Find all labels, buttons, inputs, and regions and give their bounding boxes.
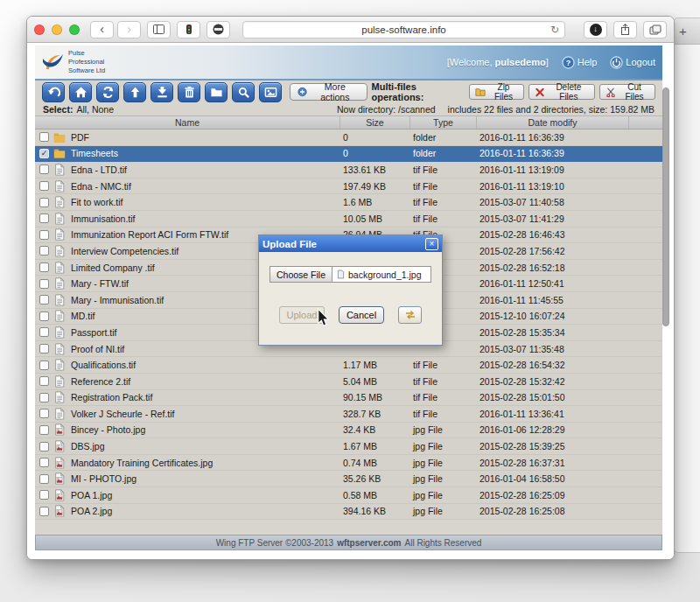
- table-row[interactable]: DBS.jpg1.67 MBjpg File2015-02-28 15:39:2…: [35, 438, 662, 455]
- back-button[interactable]: [42, 82, 65, 102]
- file-name: Volker J Scheurle - Ref.tif: [71, 409, 174, 419]
- tab-overview-button[interactable]: [643, 21, 667, 38]
- row-checkbox[interactable]: [39, 164, 49, 174]
- row-checkbox[interactable]: [39, 132, 49, 142]
- row-checkbox[interactable]: [39, 393, 49, 402]
- address-bar[interactable]: pulse-software.info ↻: [242, 21, 565, 38]
- image-viewer-button[interactable]: [259, 82, 282, 102]
- upload-button[interactable]: [123, 82, 146, 102]
- table-row[interactable]: MI - PHOTO.jpg35.26 KBjpg File2016-01-04…: [35, 471, 662, 487]
- row-checkbox[interactable]: [39, 262, 49, 272]
- table-row[interactable]: Volker J Scheurle - Ref.tif328.7 KBtif F…: [35, 406, 662, 423]
- row-checkbox[interactable]: [39, 279, 49, 289]
- file-input[interactable]: Choose File background_1.jpg: [270, 266, 431, 283]
- share-button[interactable]: [613, 21, 637, 38]
- back-nav-button[interactable]: ‹: [90, 21, 114, 38]
- column-header-date[interactable]: Date modify: [477, 116, 629, 129]
- vertical-scrollbar-thumb[interactable]: [662, 88, 669, 326]
- choose-file-button[interactable]: Choose File: [270, 267, 332, 282]
- tif-file-icon: [53, 310, 66, 323]
- logo-line: Pulse: [68, 49, 105, 58]
- logo-line: Professional: [68, 58, 105, 66]
- table-row[interactable]: Edna - NMC.tif197.49 KBtif File2016-01-1…: [35, 178, 662, 195]
- row-checkbox[interactable]: [39, 360, 49, 370]
- row-checkbox[interactable]: [39, 409, 49, 418]
- row-checkbox[interactable]: [39, 507, 49, 516]
- file-name: POA 1.jpg: [71, 490, 112, 500]
- file-size: 90.15 MB: [340, 392, 410, 402]
- row-checkbox[interactable]: [39, 230, 49, 240]
- download-button[interactable]: [150, 82, 173, 102]
- jpg-file-icon: [53, 505, 66, 518]
- search-button[interactable]: [232, 82, 255, 102]
- row-checkbox[interactable]: [39, 458, 49, 467]
- table-row[interactable]: ✓Timesheets0folder2016-01-11 16:36:39: [35, 146, 662, 163]
- refresh-button[interactable]: [96, 82, 119, 102]
- row-checkbox[interactable]: [39, 214, 49, 223]
- window-minimize-button[interactable]: [52, 24, 62, 35]
- cancel-button[interactable]: Cancel: [339, 306, 384, 324]
- row-checkbox[interactable]: [39, 376, 49, 386]
- cut-icon: [606, 88, 616, 97]
- row-checkbox[interactable]: [39, 474, 49, 484]
- cut-files-button[interactable]: Cut Files: [599, 84, 655, 100]
- background-new-tab-button[interactable]: +: [679, 24, 687, 38]
- column-header-type[interactable]: Type: [410, 116, 477, 129]
- row-checkbox[interactable]: [39, 327, 49, 337]
- row-checkbox[interactable]: [39, 295, 49, 304]
- file-type: tif File: [410, 376, 477, 387]
- new-folder-button[interactable]: [205, 82, 228, 102]
- table-row[interactable]: POA 1.jpg0.58 MBjpg File2015-02-28 16:25…: [35, 487, 662, 504]
- table-row[interactable]: POA 2.jpg394.16 KBjpg File2015-02-28 16:…: [35, 504, 662, 521]
- file-type: tif File: [410, 181, 477, 192]
- column-header-name[interactable]: Name: [35, 116, 340, 129]
- file-date: 2015-02-28 15:32:42: [477, 376, 629, 387]
- extension-1-icon[interactable]: [177, 21, 200, 38]
- row-checkbox[interactable]: ✓: [39, 149, 49, 158]
- row-checkbox[interactable]: [39, 442, 49, 452]
- row-checkbox[interactable]: [39, 344, 49, 354]
- row-checkbox[interactable]: [39, 490, 49, 500]
- sidebar-toggle-button[interactable]: [147, 21, 171, 38]
- footer-site-link[interactable]: wftpserver.com: [337, 538, 401, 548]
- window-zoom-button[interactable]: [69, 24, 80, 35]
- select-all-none-links[interactable]: All, None: [76, 104, 114, 115]
- column-header-size[interactable]: Size: [340, 116, 410, 129]
- file-date: 2015-02-28 16:37:31: [477, 458, 629, 468]
- row-checkbox[interactable]: [39, 198, 49, 207]
- logo-swoosh-icon: [41, 52, 65, 73]
- delete-files-button[interactable]: Delete Files: [528, 84, 595, 100]
- background-window-strip: +: [674, 18, 700, 553]
- row-checkbox[interactable]: [39, 246, 49, 256]
- table-row[interactable]: Mandatory Training Certificates.jpg0.74 …: [35, 455, 662, 472]
- delete-button[interactable]: [178, 82, 200, 102]
- tif-file-icon: [53, 212, 66, 225]
- row-checkbox[interactable]: [39, 425, 49, 435]
- table-row[interactable]: Registration Pack.tif90.15 MBtif File201…: [35, 390, 662, 407]
- table-row[interactable]: PDF0folder2016-01-11 16:36:39: [35, 130, 662, 146]
- row-checkbox[interactable]: [39, 312, 49, 321]
- zip-files-button[interactable]: Zip Files: [469, 84, 524, 100]
- window-close-button[interactable]: [34, 24, 45, 35]
- downloads-button[interactable]: ↓: [584, 21, 607, 38]
- home-button[interactable]: [69, 82, 92, 102]
- table-row[interactable]: Edna - LTD.tif133.61 KBtif File2016-01-1…: [35, 162, 662, 178]
- logout-link[interactable]: Logout: [610, 56, 655, 69]
- file-name: Mandatory Training Certificates.jpg: [71, 458, 213, 468]
- table-row[interactable]: Immunisation.tif10.05 MBtif File2015-03-…: [35, 211, 662, 228]
- table-row[interactable]: Reference 2.tif5.04 MBtif File2015-02-28…: [35, 374, 662, 390]
- help-link[interactable]: ? Help: [562, 56, 598, 69]
- file-date: 2015-02-28 16:25:08: [477, 506, 629, 516]
- row-checkbox[interactable]: [39, 181, 49, 191]
- file-date: 2015-03-07 11:35:48: [477, 344, 629, 354]
- dialog-close-button[interactable]: ×: [425, 238, 438, 250]
- table-row[interactable]: Qualifications.tif1.17 MBtif File2015-02…: [35, 357, 662, 374]
- table-row[interactable]: Bincey - Photo.jpg32.4 KBjpg File2016-01…: [35, 423, 662, 439]
- more-actions-button[interactable]: More actions: [290, 83, 368, 101]
- multi-upload-toggle-button[interactable]: [398, 306, 422, 324]
- reload-icon[interactable]: ↻: [550, 24, 559, 36]
- forward-nav-button[interactable]: ›: [117, 21, 141, 38]
- table-row[interactable]: Fit to work.tif1.6 MBtif File2015-03-07 …: [35, 194, 662, 211]
- username: pulsedemo: [495, 57, 546, 67]
- extension-2-icon[interactable]: [206, 21, 230, 38]
